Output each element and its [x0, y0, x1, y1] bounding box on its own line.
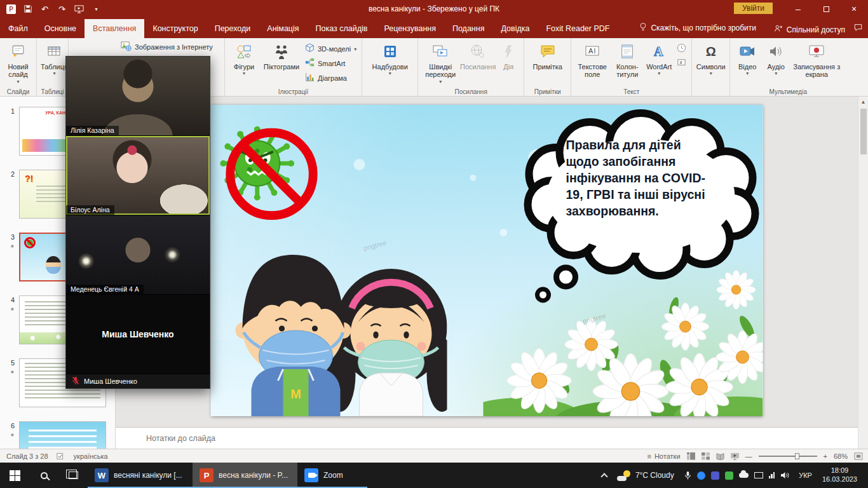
online-pictures-button[interactable]: Зображення з Інтернету [118, 39, 215, 54]
group-label-text: Текст [571, 88, 691, 95]
input-language-button[interactable]: УКР [794, 471, 817, 479]
tray-volume-icon[interactable] [780, 471, 789, 479]
clock[interactable]: 18:09 16.03.2023 [817, 466, 863, 484]
no-virus-sign[interactable] [219, 114, 325, 227]
close-button[interactable]: × [840, 0, 868, 18]
notes-pane[interactable]: Нотатки до слайда [116, 427, 858, 449]
audio-button[interactable]: Аудіо ▾ [762, 40, 790, 78]
tab-home[interactable]: Основне [36, 19, 85, 38]
group-label-links: Посилання [418, 88, 524, 95]
tray-onedrive-icon[interactable] [739, 473, 749, 478]
tray-skype-icon[interactable] [697, 471, 705, 480]
scroll-up-icon[interactable]: ▲ [861, 97, 866, 107]
slide-number: 4★ [0, 295, 19, 344]
tab-transitions[interactable]: Переходи [207, 19, 259, 38]
chart-button[interactable]: Діаграма [302, 71, 359, 85]
zoom-participant-tile[interactable]: Лілія Казаріна [66, 57, 210, 136]
wordart-button[interactable]: A WordArt ▾ [644, 40, 674, 78]
animation-star-icon: ★ [10, 306, 15, 312]
tab-view[interactable]: Подання [444, 19, 492, 38]
slide-thumbnail-6[interactable] [19, 421, 106, 449]
zoom-in-button[interactable]: + [824, 452, 827, 460]
powerpoint-app-icon: P [6, 4, 16, 14]
date-time-button[interactable] [674, 41, 689, 56]
taskbar-word-button[interactable]: W весняні канікули [... [88, 463, 193, 488]
new-slide-button[interactable]: Новий слайд ▾ [3, 40, 34, 86]
tab-slideshow[interactable]: Показ слайдів [308, 19, 376, 38]
ppt-doc-label: весна канікули - P... [219, 471, 288, 480]
tray-antivirus-icon[interactable] [725, 471, 733, 480]
table-button[interactable]: Таблиця ▾ [39, 40, 69, 78]
tray-network-icon[interactable] [769, 472, 775, 478]
screen-recording-icon [808, 41, 825, 62]
zoom-participant-tile-no-video[interactable]: Миша Шевченко [66, 295, 210, 374]
language-button[interactable]: українська [74, 452, 108, 460]
share-button[interactable]: Спільний доступ [774, 24, 845, 35]
normal-view-button[interactable] [687, 452, 695, 460]
fit-to-window-button[interactable] [854, 452, 863, 460]
task-view-button[interactable] [58, 463, 88, 488]
tab-animations[interactable]: Анімація [259, 19, 307, 38]
tell-me-box[interactable]: Скажіть, що потрібно зробити [633, 17, 763, 38]
tab-design[interactable]: Конструктор [144, 19, 206, 38]
redo-button[interactable]: ↷ [57, 4, 67, 15]
weather-widget[interactable]: 7°C Cloudy [612, 470, 679, 481]
zoom-meeting-window[interactable]: Лілія Казаріна Білоус Аліна Меденець Євг… [65, 56, 210, 389]
taskbar-zoom-button[interactable]: Zoom [297, 463, 367, 488]
text-box-label: Текстове поле [575, 63, 609, 79]
tab-review[interactable]: Рецензування [376, 19, 444, 38]
zoom-slider-thumb[interactable] [795, 453, 799, 459]
scrollbar-thumb[interactable] [860, 109, 867, 154]
group-label-comments: Примітки [524, 88, 571, 95]
tray-overflow-chevron-icon[interactable] [600, 473, 607, 480]
zoom-percent[interactable]: 68% [834, 452, 848, 460]
tab-file[interactable]: Файл [0, 19, 36, 38]
tray-display-icon[interactable] [754, 472, 763, 478]
sign-in-button[interactable]: Увійти [734, 3, 773, 14]
time: 18:09 [831, 466, 849, 475]
restore-button[interactable] [812, 0, 840, 18]
tray-mic-icon[interactable] [684, 471, 691, 480]
search-button[interactable] [29, 463, 58, 488]
taskbar-powerpoint-button[interactable]: P весна канікули - P... [193, 463, 297, 488]
tab-help[interactable]: Довідка [492, 19, 538, 38]
thumb3-no-virus-icon [24, 237, 36, 248]
symbols-button[interactable]: Ω Символи ▾ [695, 40, 727, 78]
zoom-out-button[interactable]: — [745, 452, 752, 460]
minimize-button[interactable]: – [784, 0, 812, 18]
zoom-links-button[interactable]: Швидкі переходи ▾ [421, 40, 460, 86]
save-button[interactable] [22, 4, 33, 15]
tray-teams-icon[interactable] [711, 471, 719, 480]
shapes-icon [236, 41, 252, 62]
header-footer-button[interactable]: Колон-титули [611, 40, 644, 80]
tab-insert[interactable]: Вставлення [85, 19, 144, 38]
slide-canvas[interactable]: Правила для дітей щодо запобігання інфік… [211, 105, 763, 416]
new-comment-button[interactable]: Примітка [532, 40, 564, 72]
addins-button[interactable]: Надбудови ▾ [371, 40, 409, 78]
text-box-button[interactable]: A Текстове поле [574, 40, 611, 80]
3d-models-label: 3D-моделі [318, 45, 351, 53]
vertical-scrollbar[interactable]: ▲ [858, 97, 868, 449]
undo-button[interactable]: ↶ [39, 4, 50, 15]
start-button[interactable] [0, 463, 29, 488]
slide-number-button[interactable]: # [674, 56, 689, 71]
shapes-button[interactable]: Фігури ▾ [227, 40, 261, 78]
slide-sorter-button[interactable] [702, 452, 710, 460]
smartart-button[interactable]: SmartArt [302, 56, 359, 71]
share-label: Спільний доступ [787, 25, 845, 34]
tab-foxit[interactable]: Foxit Reader PDF [538, 19, 618, 38]
slideshow-view-button[interactable] [731, 452, 739, 460]
zoom-slider[interactable] [759, 456, 817, 457]
screen-recording-button[interactable]: Записування з екрана [790, 40, 843, 80]
zoom-participant-tile-active-speaker[interactable]: Білоус Аліна [66, 136, 210, 215]
video-button[interactable]: Відео ▾ [733, 40, 762, 78]
start-slideshow-button[interactable] [74, 4, 85, 15]
notes-toggle-button[interactable]: ≡ Нотатки [648, 452, 681, 460]
zoom-participant-tile[interactable]: Меденець Євгеній 4 А [66, 215, 210, 295]
customize-qat-button[interactable]: ▾ [91, 4, 102, 15]
reading-view-button[interactable] [716, 452, 724, 460]
pictograms-button[interactable]: Піктограми [261, 40, 302, 72]
3d-models-button[interactable]: 3D-моделі ▾ [302, 41, 359, 56]
spellcheck-icon[interactable] [57, 452, 65, 461]
feedback-icon[interactable] [853, 23, 863, 34]
